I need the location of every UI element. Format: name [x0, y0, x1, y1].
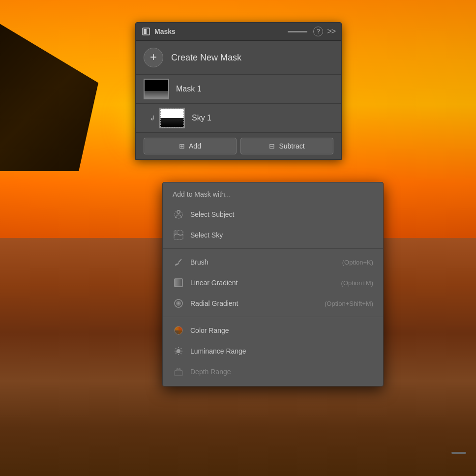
- depth-range-label: Depth Range: [190, 368, 373, 376]
- linear-gradient-label: Linear Gradient: [190, 279, 341, 287]
- subtract-icon: ⊟: [269, 142, 275, 150]
- svg-rect-1: [144, 29, 147, 34]
- menu-item-depth-range: Depth Range: [163, 361, 383, 382]
- svg-rect-5: [175, 231, 178, 235]
- plus-icon: +: [150, 51, 157, 63]
- radial-gradient-label: Radial Gradient: [190, 299, 325, 307]
- dropdown-title: Add to Mask with...: [163, 186, 383, 204]
- radial-gradient-icon: [173, 298, 184, 309]
- sky1-thumbnail: [159, 108, 185, 128]
- menu-item-linear-gradient[interactable]: Linear Gradient (Option+M): [163, 272, 383, 293]
- select-sky-label: Select Sky: [190, 231, 373, 239]
- menu-item-select-subject[interactable]: Select Subject: [163, 204, 383, 225]
- masks-separator: [288, 31, 307, 32]
- menu-item-radial-gradient[interactable]: Radial Gradient (Option+Shift+M): [163, 293, 383, 314]
- sky1-name: Sky 1: [192, 114, 211, 122]
- svg-line-21: [176, 354, 177, 355]
- action-buttons: ⊞ Add ⊟ Subtract: [136, 132, 341, 159]
- svg-rect-8: [175, 279, 182, 287]
- masks-panel: Masks ? >> + Create New Mask Mask 1 ↳ Sk…: [135, 22, 342, 160]
- menu-item-luminance-range[interactable]: Luminance Range: [163, 341, 383, 361]
- svg-rect-22: [175, 371, 182, 376]
- masks-panel-title: Masks: [154, 28, 288, 35]
- dropdown-menu: Add to Mask with... Select Subject Selec…: [162, 182, 384, 387]
- masks-panel-icon: [142, 27, 150, 36]
- svg-line-6: [178, 259, 181, 262]
- menu-item-color-range[interactable]: Color Range: [163, 320, 383, 341]
- subtract-button[interactable]: ⊟ Subtract: [240, 138, 333, 154]
- sky-icon: [173, 229, 184, 241]
- brush-icon: [173, 256, 184, 268]
- select-subject-label: Select Subject: [190, 210, 373, 218]
- color-range-label: Color Range: [190, 327, 373, 334]
- svg-line-18: [176, 348, 177, 349]
- menu-item-select-sky[interactable]: Select Sky: [163, 225, 383, 245]
- separator-1: [163, 248, 383, 249]
- linear-gradient-shortcut: (Option+M): [341, 279, 373, 287]
- mask1-thumbnail: [144, 79, 169, 99]
- mask1-row[interactable]: Mask 1: [136, 74, 341, 103]
- svg-line-20: [181, 348, 182, 349]
- add-button[interactable]: ⊞ Add: [144, 138, 237, 154]
- brush-label: Brush: [190, 258, 342, 266]
- create-mask-row[interactable]: + Create New Mask: [136, 41, 341, 74]
- brush-shortcut: (Option+K): [342, 259, 373, 266]
- color-range-icon: [173, 325, 184, 336]
- linear-gradient-icon: [173, 277, 184, 289]
- sky1-row[interactable]: ↳ Sky 1: [136, 103, 341, 132]
- create-mask-button[interactable]: +: [144, 48, 163, 67]
- add-icon: ⊞: [179, 142, 185, 150]
- masks-more-button[interactable]: >>: [327, 27, 335, 36]
- luminance-range-label: Luminance Range: [190, 347, 373, 355]
- add-label: Add: [189, 142, 201, 150]
- svg-line-19: [181, 354, 182, 355]
- subtract-label: Subtract: [279, 142, 304, 150]
- menu-item-brush[interactable]: Brush (Option+K): [163, 252, 383, 272]
- svg-point-2: [177, 210, 180, 213]
- scrollbar-indicator: [451, 452, 466, 454]
- depth-range-icon: [173, 366, 184, 378]
- create-mask-label: Create New Mask: [171, 53, 241, 63]
- sub-item-arrow: ↳: [149, 114, 155, 122]
- subject-icon: [173, 208, 184, 220]
- radial-gradient-shortcut: (Option+Shift+M): [325, 300, 373, 307]
- luminance-range-icon: [173, 345, 184, 357]
- separator-2: [163, 317, 383, 317]
- masks-header: Masks ? >>: [136, 23, 341, 41]
- mask1-name: Mask 1: [176, 85, 202, 93]
- svg-point-11: [178, 302, 179, 304]
- masks-help-button[interactable]: ?: [313, 27, 323, 36]
- mask1-thumb-image: [145, 80, 168, 98]
- sky1-thumb-image: [160, 109, 184, 127]
